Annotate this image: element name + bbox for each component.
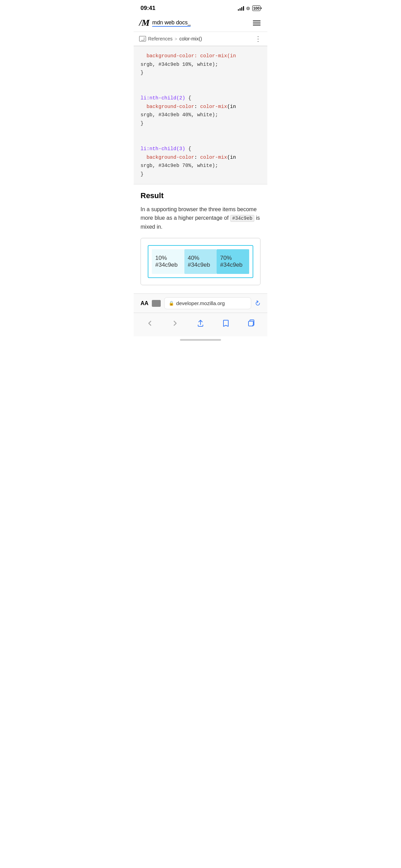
home-indicator	[134, 336, 267, 342]
code-line-11: }	[141, 170, 260, 179]
breadcrumb-more-button[interactable]: ⋮	[255, 35, 262, 42]
code-line-2: srgb, #34c9eb 10%, white);	[141, 60, 260, 69]
demo-item-3-percent: 70%	[220, 255, 232, 262]
demo-container: 10% #34c9eb 40% #34c9eb 70% #34c9eb	[141, 238, 260, 285]
demo-inner: 10% #34c9eb 40% #34c9eb 70% #34c9eb	[148, 245, 253, 278]
breadcrumb-separator: >	[175, 36, 178, 41]
code-line-9: background-color: color-mix(in	[141, 153, 260, 162]
status-icons: ⊜ 100	[238, 5, 260, 11]
url-text: developer.mozilla.org	[176, 300, 225, 306]
inline-code-color: #34c9eb	[230, 215, 255, 222]
result-description: In a supporting browser the three items …	[141, 205, 260, 231]
code-line-6: srgb, #34c9eb 40%, white);	[141, 111, 260, 119]
result-title: Result	[141, 191, 260, 200]
code-line-blank-1	[141, 77, 260, 86]
status-bar: 09:41 ⊜ 100	[134, 0, 267, 14]
url-bar[interactable]: 🔒 developer.mozilla.org	[164, 297, 251, 309]
tabs-button[interactable]	[242, 317, 260, 329]
text-size-button[interactable]: AA	[141, 300, 148, 306]
breadcrumb-references[interactable]: References	[148, 36, 173, 41]
demo-item-3-color: #34c9eb	[220, 262, 242, 268]
breadcrumb-bar: References > color-mix() ⋮	[134, 32, 267, 46]
breadcrumb-sidebar-icon[interactable]	[139, 36, 146, 41]
extension-icon[interactable]	[152, 300, 161, 307]
code-line-blank-4	[141, 136, 260, 145]
code-block: background-color: color-mix(in srgb, #34…	[134, 46, 267, 184]
demo-item-2: 40% #34c9eb	[184, 249, 217, 274]
demo-item-1-percent: 10%	[155, 255, 167, 262]
wifi-icon: ⊜	[246, 5, 250, 11]
bottom-nav	[134, 313, 267, 336]
address-bar-toolbar: AA 🔒 developer.mozilla.org ↻	[134, 293, 267, 313]
signal-icon	[238, 6, 244, 11]
breadcrumb-current-page: color-mix()	[179, 36, 202, 41]
code-line-10: srgb, #34c9eb 70%, white);	[141, 161, 260, 170]
code-line-7: }	[141, 119, 260, 128]
mdn-logo[interactable]: /M mdn web docs_	[139, 18, 191, 28]
home-bar	[180, 339, 221, 341]
demo-item-3: 70% #34c9eb	[217, 249, 249, 274]
code-line-3: }	[141, 69, 260, 77]
code-line-8: li:nth-child(3) {	[141, 145, 260, 153]
nav-bar: /M mdn web docs_	[134, 14, 267, 32]
code-line-blank-2	[141, 86, 260, 94]
main-content: Result In a supporting browser the three…	[134, 184, 267, 286]
forward-button[interactable]	[166, 317, 184, 329]
breadcrumb: References > color-mix()	[139, 36, 202, 41]
code-line-blank-3	[141, 128, 260, 136]
code-line-4: li:nth-child(2) {	[141, 94, 260, 103]
logo-text: mdn web docs_	[152, 20, 191, 27]
status-time: 09:41	[141, 5, 155, 12]
hamburger-menu-button[interactable]	[253, 21, 260, 25]
battery-icon: 100	[252, 5, 260, 11]
lock-icon: 🔒	[169, 301, 174, 306]
back-button[interactable]	[141, 317, 159, 329]
code-line-5: background-color: color-mix(in	[141, 103, 260, 111]
bookmarks-button[interactable]	[217, 317, 235, 329]
demo-item-2-percent: 40%	[188, 255, 199, 262]
demo-item-2-color: #34c9eb	[188, 262, 210, 268]
demo-item-1-color: #34c9eb	[155, 262, 178, 268]
demo-item-1: 10% #34c9eb	[152, 249, 184, 274]
code-line-1: background-color: color-mix(in	[141, 52, 260, 60]
share-button[interactable]	[192, 317, 209, 329]
reload-button[interactable]: ↻	[253, 298, 262, 308]
logo-m: /M	[139, 18, 149, 28]
